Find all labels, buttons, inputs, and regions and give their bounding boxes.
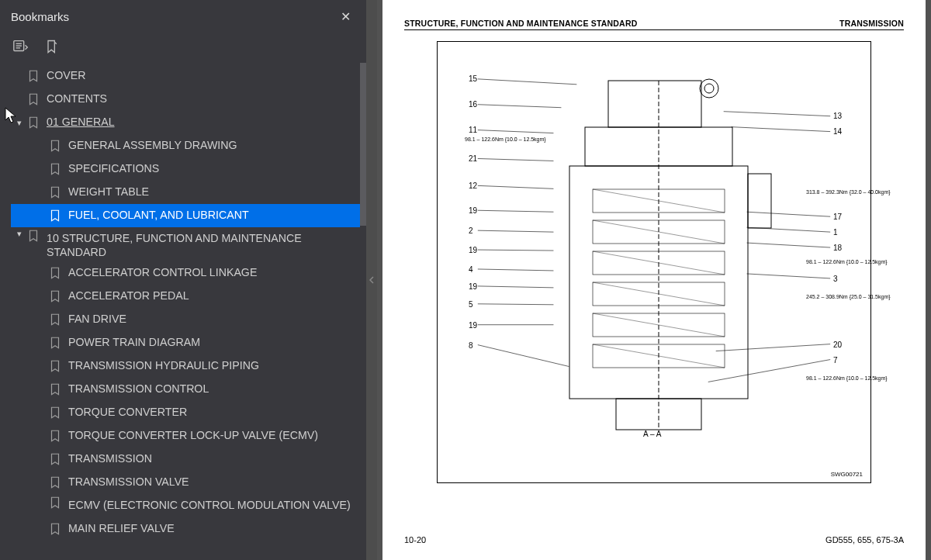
bookmark-item[interactable]: TRANSMISSION HYDRAULIC PIPING (11, 354, 360, 378)
callout-number: 5 (469, 300, 473, 309)
diagram-id: SWG00721 (831, 471, 863, 478)
bookmark-label: CONTENTS (47, 92, 357, 106)
callout-number: 7 (833, 356, 838, 365)
callout-number: 18 (833, 244, 842, 252)
bookmark-label: TRANSMISSION HYDRAULIC PIPING (68, 359, 357, 373)
callout-number: 8 (469, 341, 473, 350)
callout-number: 12 (469, 181, 477, 190)
callout-number: 20 (833, 340, 842, 349)
callout-number: 19 (469, 246, 477, 254)
options-menu-icon[interactable] (12, 38, 29, 55)
torque-note: 98.1 – 122.6Nm {10.0 – 12.5kgm} (806, 375, 888, 381)
technical-diagram: 15 16 11 21 12 19 2 19 4 19 5 19 8 13 14… (437, 41, 871, 483)
bookmark-item[interactable]: SPECIFICATIONS (11, 157, 360, 181)
callout-number: 4 (469, 265, 473, 274)
callout-number: 15 (469, 74, 477, 83)
bookmark-label: TRANSMISSION VALVE (68, 475, 357, 489)
bookmark-item[interactable]: FUEL, COOLANT, AND LUBRICANT (11, 204, 360, 227)
bookmark-label: TRANSMISSION (68, 452, 357, 466)
callout-number: 14 (833, 127, 842, 136)
page-number: 10-20 (404, 535, 426, 544)
torque-note: 245.2 – 308.9Nm {25.0 – 31.5kgm} (806, 294, 891, 299)
callout-number: 19 (469, 282, 477, 291)
bookmark-item[interactable]: WEIGHT TABLE (11, 181, 360, 204)
callout-number: 21 (469, 154, 477, 163)
bookmark-item[interactable]: ACCELERATOR PEDAL (11, 285, 360, 308)
bookmark-item[interactable]: TRANSMISSION VALVE (11, 471, 360, 494)
bookmark-label: TORQUE CONVERTER LOCK-UP VALVE (ECMV) (68, 429, 357, 443)
bookmark-item[interactable]: CONTENTS (11, 88, 360, 111)
callout-number: 1 (833, 228, 838, 237)
chevron-down-icon[interactable]: ▾ (14, 229, 25, 239)
svg-point-5 (700, 79, 718, 98)
scrollbar-thumb[interactable] (360, 63, 366, 226)
bookmark-item[interactable]: MAIN RELIEF VALVE (11, 517, 360, 541)
bookmark-tree[interactable]: COVERCONTENTS▾01 GENERALGENERAL ASSEMBLY… (0, 63, 366, 560)
bookmark-label: 01 GENERAL (47, 116, 357, 130)
bookmarks-panel: Bookmarks ✕ COVERCONTENTS▾01 GENERALGENE… (0, 0, 366, 560)
bookmark-item[interactable]: ECMV (ELECTRONIC CONTROL MODULATION VALV… (11, 494, 360, 517)
bookmark-item[interactable]: TORQUE CONVERTER LOCK-UP VALVE (ECMV) (11, 424, 360, 448)
document-viewport[interactable]: STRUCTURE, FUNCTION AND MAINTENANCE STAN… (377, 0, 931, 560)
panel-title: Bookmarks (11, 10, 69, 23)
bookmark-label: ACCELERATOR PEDAL (68, 289, 357, 303)
bookmark-label: POWER TRAIN DIAGRAM (68, 336, 357, 350)
page-header-left: STRUCTURE, FUNCTION AND MAINTENANCE STAN… (404, 19, 637, 28)
bookmark-label: WEIGHT TABLE (68, 185, 357, 199)
torque-note: 98.1 – 122.6Nm {10.0 – 12.5kgm} (465, 137, 546, 142)
chevron-down-icon[interactable]: ▾ (14, 118, 25, 128)
bookmark-label: FAN DRIVE (68, 313, 357, 327)
pdf-page: STRUCTURE, FUNCTION AND MAINTENANCE STAN… (382, 0, 926, 560)
bookmark-item[interactable]: FAN DRIVE (11, 308, 360, 331)
callout-number: 3 (833, 275, 838, 283)
bookmark-label: ECMV (ELECTRONIC CONTROL MODULATION VALV… (68, 496, 357, 513)
page-header-right: TRANSMISSION (839, 19, 904, 28)
bookmark-item[interactable]: ▾01 GENERAL (11, 111, 360, 134)
callout-number: 16 (469, 100, 477, 109)
bookmark-item[interactable]: COVER (11, 64, 360, 88)
section-label: A – A (643, 430, 661, 438)
svg-rect-9 (748, 174, 771, 228)
bookmark-item[interactable]: TRANSMISSION (11, 448, 360, 471)
bookmark-label: TORQUE CONVERTER (68, 406, 357, 420)
bookmark-label: TRANSMISSION CONTROL (68, 382, 357, 396)
bookmark-item[interactable]: TRANSMISSION CONTROL (11, 378, 360, 401)
callout-number: 11 (469, 126, 477, 134)
bookmark-item[interactable]: ▾10 STRUCTURE, FUNCTION AND MAINTENANCE … (11, 227, 360, 261)
bookmark-label: FUEL, COOLANT, AND LUBRICANT (68, 209, 357, 223)
svg-point-6 (704, 84, 714, 93)
callout-number: 17 (833, 213, 842, 221)
bookmark-label: MAIN RELIEF VALVE (68, 522, 357, 536)
model-code: GD555, 655, 675-3A (825, 535, 904, 544)
bookmark-item[interactable]: GENERAL ASSEMBLY DRAWING (11, 134, 360, 157)
callout-number: 13 (833, 112, 842, 120)
bookmark-label: SPECIFICATIONS (68, 162, 357, 176)
callout-number: 19 (469, 206, 477, 215)
torque-note: 313.8 – 392.3Nm {32.0 – 40.0kgm} (806, 189, 891, 195)
bookmark-label: GENERAL ASSEMBLY DRAWING (68, 139, 357, 153)
panel-collapse-handle[interactable] (366, 0, 377, 560)
close-icon[interactable]: ✕ (336, 6, 355, 27)
bookmark-current-icon[interactable] (43, 38, 61, 55)
svg-rect-4 (608, 81, 701, 127)
bookmark-label: 10 STRUCTURE, FUNCTION AND MAINTENANCE S… (47, 229, 357, 260)
callout-number: 2 (469, 226, 473, 235)
torque-note: 98.1 – 122.6Nm {10.0 – 12.5kgm} (806, 259, 888, 264)
bookmark-item[interactable]: POWER TRAIN DIAGRAM (11, 331, 360, 354)
bookmark-label: COVER (47, 69, 357, 83)
callout-number: 19 (469, 321, 477, 330)
bookmark-label: ACCELERATOR CONTROL LINKAGE (68, 266, 357, 280)
bookmark-item[interactable]: TORQUE CONVERTER (11, 401, 360, 424)
bookmark-item[interactable]: ACCELERATOR CONTROL LINKAGE (11, 261, 360, 285)
